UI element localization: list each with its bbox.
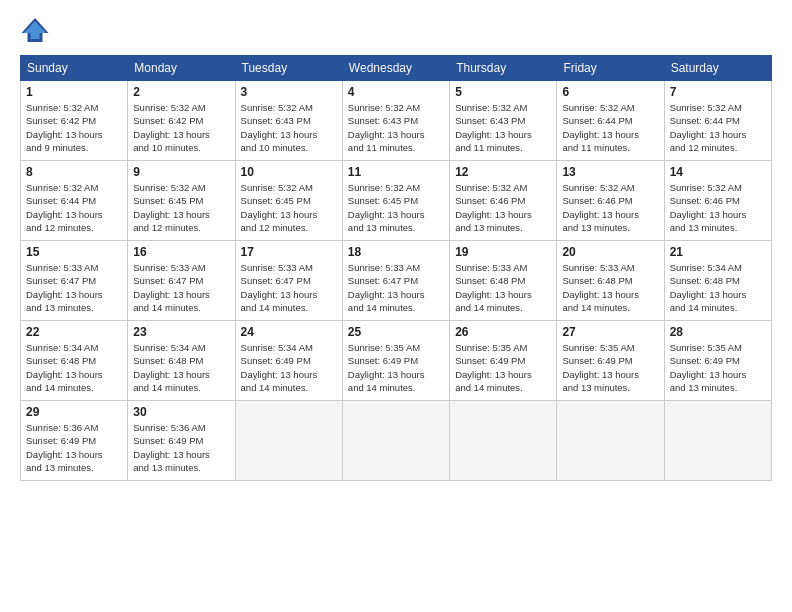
day-number: 10 xyxy=(241,165,337,179)
day-number: 23 xyxy=(133,325,229,339)
day-info: Sunrise: 5:33 AM Sunset: 6:47 PM Dayligh… xyxy=(26,261,122,314)
calendar: SundayMondayTuesdayWednesdayThursdayFrid… xyxy=(20,55,772,481)
day-number: 11 xyxy=(348,165,444,179)
day-number: 22 xyxy=(26,325,122,339)
calendar-cell: 5Sunrise: 5:32 AM Sunset: 6:43 PM Daylig… xyxy=(450,81,557,161)
calendar-cell: 6Sunrise: 5:32 AM Sunset: 6:44 PM Daylig… xyxy=(557,81,664,161)
calendar-cell: 25Sunrise: 5:35 AM Sunset: 6:49 PM Dayli… xyxy=(342,321,449,401)
logo xyxy=(20,15,54,45)
day-number: 8 xyxy=(26,165,122,179)
day-number: 3 xyxy=(241,85,337,99)
day-number: 16 xyxy=(133,245,229,259)
day-info: Sunrise: 5:36 AM Sunset: 6:49 PM Dayligh… xyxy=(26,421,122,474)
calendar-cell: 13Sunrise: 5:32 AM Sunset: 6:46 PM Dayli… xyxy=(557,161,664,241)
header-wednesday: Wednesday xyxy=(342,56,449,81)
day-number: 24 xyxy=(241,325,337,339)
day-number: 13 xyxy=(562,165,658,179)
day-number: 7 xyxy=(670,85,766,99)
day-number: 25 xyxy=(348,325,444,339)
day-number: 21 xyxy=(670,245,766,259)
day-info: Sunrise: 5:34 AM Sunset: 6:48 PM Dayligh… xyxy=(133,341,229,394)
header-friday: Friday xyxy=(557,56,664,81)
day-info: Sunrise: 5:34 AM Sunset: 6:48 PM Dayligh… xyxy=(670,261,766,314)
day-info: Sunrise: 5:32 AM Sunset: 6:44 PM Dayligh… xyxy=(562,101,658,154)
day-number: 14 xyxy=(670,165,766,179)
header-sunday: Sunday xyxy=(21,56,128,81)
calendar-week-row: 1Sunrise: 5:32 AM Sunset: 6:42 PM Daylig… xyxy=(21,81,772,161)
calendar-cell: 9Sunrise: 5:32 AM Sunset: 6:45 PM Daylig… xyxy=(128,161,235,241)
calendar-week-row: 15Sunrise: 5:33 AM Sunset: 6:47 PM Dayli… xyxy=(21,241,772,321)
day-info: Sunrise: 5:32 AM Sunset: 6:44 PM Dayligh… xyxy=(26,181,122,234)
day-info: Sunrise: 5:33 AM Sunset: 6:47 PM Dayligh… xyxy=(241,261,337,314)
header xyxy=(20,15,772,45)
day-info: Sunrise: 5:32 AM Sunset: 6:46 PM Dayligh… xyxy=(455,181,551,234)
calendar-cell: 15Sunrise: 5:33 AM Sunset: 6:47 PM Dayli… xyxy=(21,241,128,321)
header-saturday: Saturday xyxy=(664,56,771,81)
calendar-cell: 23Sunrise: 5:34 AM Sunset: 6:48 PM Dayli… xyxy=(128,321,235,401)
day-info: Sunrise: 5:33 AM Sunset: 6:48 PM Dayligh… xyxy=(455,261,551,314)
day-number: 17 xyxy=(241,245,337,259)
day-number: 9 xyxy=(133,165,229,179)
calendar-header-row: SundayMondayTuesdayWednesdayThursdayFrid… xyxy=(21,56,772,81)
day-info: Sunrise: 5:35 AM Sunset: 6:49 PM Dayligh… xyxy=(348,341,444,394)
calendar-cell xyxy=(235,401,342,481)
day-info: Sunrise: 5:32 AM Sunset: 6:46 PM Dayligh… xyxy=(562,181,658,234)
day-number: 29 xyxy=(26,405,122,419)
calendar-cell xyxy=(557,401,664,481)
day-info: Sunrise: 5:35 AM Sunset: 6:49 PM Dayligh… xyxy=(562,341,658,394)
day-number: 12 xyxy=(455,165,551,179)
calendar-week-row: 22Sunrise: 5:34 AM Sunset: 6:48 PM Dayli… xyxy=(21,321,772,401)
calendar-cell: 30Sunrise: 5:36 AM Sunset: 6:49 PM Dayli… xyxy=(128,401,235,481)
calendar-cell: 7Sunrise: 5:32 AM Sunset: 6:44 PM Daylig… xyxy=(664,81,771,161)
calendar-cell: 12Sunrise: 5:32 AM Sunset: 6:46 PM Dayli… xyxy=(450,161,557,241)
day-info: Sunrise: 5:35 AM Sunset: 6:49 PM Dayligh… xyxy=(670,341,766,394)
day-number: 19 xyxy=(455,245,551,259)
calendar-cell: 14Sunrise: 5:32 AM Sunset: 6:46 PM Dayli… xyxy=(664,161,771,241)
day-info: Sunrise: 5:32 AM Sunset: 6:43 PM Dayligh… xyxy=(348,101,444,154)
day-info: Sunrise: 5:34 AM Sunset: 6:49 PM Dayligh… xyxy=(241,341,337,394)
calendar-cell: 27Sunrise: 5:35 AM Sunset: 6:49 PM Dayli… xyxy=(557,321,664,401)
header-monday: Monday xyxy=(128,56,235,81)
day-number: 2 xyxy=(133,85,229,99)
calendar-cell: 28Sunrise: 5:35 AM Sunset: 6:49 PM Dayli… xyxy=(664,321,771,401)
calendar-cell: 4Sunrise: 5:32 AM Sunset: 6:43 PM Daylig… xyxy=(342,81,449,161)
calendar-cell: 22Sunrise: 5:34 AM Sunset: 6:48 PM Dayli… xyxy=(21,321,128,401)
day-number: 30 xyxy=(133,405,229,419)
day-number: 1 xyxy=(26,85,122,99)
day-info: Sunrise: 5:32 AM Sunset: 6:45 PM Dayligh… xyxy=(133,181,229,234)
day-number: 5 xyxy=(455,85,551,99)
day-info: Sunrise: 5:32 AM Sunset: 6:43 PM Dayligh… xyxy=(241,101,337,154)
calendar-cell: 3Sunrise: 5:32 AM Sunset: 6:43 PM Daylig… xyxy=(235,81,342,161)
calendar-cell: 24Sunrise: 5:34 AM Sunset: 6:49 PM Dayli… xyxy=(235,321,342,401)
day-info: Sunrise: 5:32 AM Sunset: 6:45 PM Dayligh… xyxy=(348,181,444,234)
day-info: Sunrise: 5:32 AM Sunset: 6:46 PM Dayligh… xyxy=(670,181,766,234)
calendar-cell: 26Sunrise: 5:35 AM Sunset: 6:49 PM Dayli… xyxy=(450,321,557,401)
calendar-cell xyxy=(450,401,557,481)
header-tuesday: Tuesday xyxy=(235,56,342,81)
day-info: Sunrise: 5:35 AM Sunset: 6:49 PM Dayligh… xyxy=(455,341,551,394)
day-number: 20 xyxy=(562,245,658,259)
calendar-cell: 8Sunrise: 5:32 AM Sunset: 6:44 PM Daylig… xyxy=(21,161,128,241)
day-info: Sunrise: 5:33 AM Sunset: 6:47 PM Dayligh… xyxy=(348,261,444,314)
page: SundayMondayTuesdayWednesdayThursdayFrid… xyxy=(0,0,792,612)
day-number: 26 xyxy=(455,325,551,339)
day-info: Sunrise: 5:33 AM Sunset: 6:48 PM Dayligh… xyxy=(562,261,658,314)
day-number: 6 xyxy=(562,85,658,99)
calendar-cell xyxy=(664,401,771,481)
day-info: Sunrise: 5:32 AM Sunset: 6:42 PM Dayligh… xyxy=(133,101,229,154)
calendar-cell: 18Sunrise: 5:33 AM Sunset: 6:47 PM Dayli… xyxy=(342,241,449,321)
calendar-cell: 11Sunrise: 5:32 AM Sunset: 6:45 PM Dayli… xyxy=(342,161,449,241)
calendar-cell: 29Sunrise: 5:36 AM Sunset: 6:49 PM Dayli… xyxy=(21,401,128,481)
day-info: Sunrise: 5:32 AM Sunset: 6:45 PM Dayligh… xyxy=(241,181,337,234)
day-info: Sunrise: 5:32 AM Sunset: 6:43 PM Dayligh… xyxy=(455,101,551,154)
day-info: Sunrise: 5:34 AM Sunset: 6:48 PM Dayligh… xyxy=(26,341,122,394)
day-number: 15 xyxy=(26,245,122,259)
calendar-cell: 17Sunrise: 5:33 AM Sunset: 6:47 PM Dayli… xyxy=(235,241,342,321)
calendar-week-row: 8Sunrise: 5:32 AM Sunset: 6:44 PM Daylig… xyxy=(21,161,772,241)
day-info: Sunrise: 5:32 AM Sunset: 6:42 PM Dayligh… xyxy=(26,101,122,154)
calendar-week-row: 29Sunrise: 5:36 AM Sunset: 6:49 PM Dayli… xyxy=(21,401,772,481)
logo-icon xyxy=(20,15,50,45)
calendar-cell xyxy=(342,401,449,481)
calendar-cell: 2Sunrise: 5:32 AM Sunset: 6:42 PM Daylig… xyxy=(128,81,235,161)
calendar-cell: 20Sunrise: 5:33 AM Sunset: 6:48 PM Dayli… xyxy=(557,241,664,321)
